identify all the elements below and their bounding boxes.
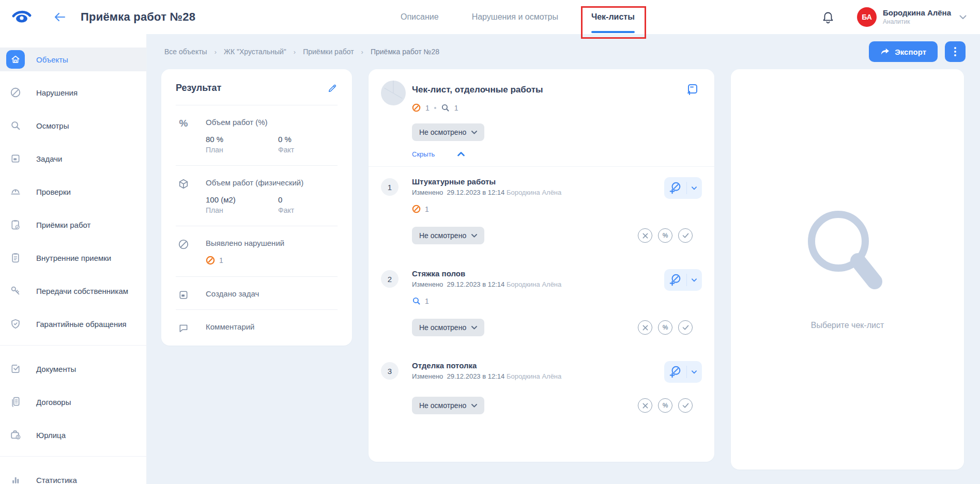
breadcrumb: Все объекты › ЖК "Хрустальный" › Приёмки… — [161, 48, 439, 56]
app-window: Приёмка работ №28 Описание Нарушения и о… — [0, 0, 980, 484]
sidebar-item-legal-entities[interactable]: Юрлица — [0, 423, 146, 447]
breadcrumb-chevron-icon: › — [361, 48, 363, 56]
sidebar: Объекты Нарушения Осмотры Задачи — [0, 34, 147, 484]
user-menu-chevron-down-icon[interactable] — [959, 15, 967, 20]
item-status-dropdown[interactable]: Не осмотрено — [412, 227, 484, 244]
chevron-down-icon — [471, 404, 477, 408]
fact-value: 0 — [278, 195, 338, 204]
magnifier-illustration — [806, 209, 889, 298]
item-modified-line: Изменено 29.12.2023 в 12:14 Бородкина Ал… — [412, 189, 702, 196]
violations-count: 1 — [219, 256, 223, 264]
back-button[interactable] — [54, 12, 66, 22]
topbar: Приёмка работ №28 Описание Нарушения и о… — [0, 0, 980, 34]
document-lines-icon — [6, 393, 25, 411]
partial-percent-button[interactable]: % — [658, 398, 672, 413]
more-actions-kebab-button[interactable] — [945, 41, 966, 62]
accept-check-button[interactable] — [678, 320, 693, 335]
result-card-title: Результат — [176, 83, 221, 93]
chevron-up-icon[interactable] — [457, 152, 465, 157]
result-tasks: Создано задач — [176, 277, 338, 310]
briefcase-person-icon — [6, 426, 25, 444]
reject-x-button[interactable] — [638, 228, 652, 243]
home-icon — [6, 50, 25, 69]
checklist-item: 1 Штукатурные работы Изменено 29.12.2023… — [369, 167, 714, 259]
tab-checklists[interactable]: Чек-листы — [591, 0, 635, 34]
ban-plus-icon — [669, 181, 682, 195]
sidebar-item-contracts[interactable]: Договоры — [0, 390, 146, 414]
app-logo-eye-icon[interactable] — [10, 8, 33, 26]
user-name: Бородкина Алёна — [883, 8, 951, 18]
tab-violations-inspections[interactable]: Нарушения и осмотры — [472, 0, 558, 34]
checklist-avatar-placeholder — [381, 81, 406, 105]
tab-description[interactable]: Описание — [401, 0, 439, 34]
checklist-card: Чек-лист, отделочные работы 1 1 — [369, 69, 714, 462]
checklist-violations-count: 1 — [425, 104, 430, 112]
item-number: 1 — [381, 178, 399, 196]
chevron-down-icon — [471, 131, 477, 134]
breadcrumb-chevron-icon: › — [294, 48, 296, 56]
checklist-item: 2 Стяжка полов Изменено 29.12.2023 в 12:… — [369, 259, 714, 351]
add-violation-button[interactable] — [664, 361, 702, 383]
result-comment: Комментарий — [176, 310, 338, 342]
breadcrumb-acceptances[interactable]: Приёмки работ — [303, 48, 354, 56]
checklist-status-dropdown[interactable]: Не осмотрено — [412, 123, 484, 141]
sidebar-item-owner-handovers[interactable]: Передачи собственникам — [0, 279, 146, 303]
sidebar-item-violations[interactable]: Нарушения — [0, 81, 146, 104]
sidebar-item-warranty-requests[interactable]: Гарантийные обращения — [0, 312, 146, 336]
partial-percent-button[interactable]: % — [658, 228, 672, 243]
hardhat-icon — [6, 182, 25, 201]
sidebar-item-documents[interactable]: Документы — [0, 357, 146, 381]
collapse-link[interactable]: Скрыть — [412, 150, 435, 158]
user-role: Аналитик — [883, 18, 951, 26]
add-violation-button[interactable] — [664, 177, 702, 199]
sidebar-item-work-acceptances[interactable]: Приёмки работ — [0, 213, 146, 237]
ban-icon — [6, 83, 25, 102]
magnifier-icon — [6, 116, 25, 135]
reject-x-button[interactable] — [638, 398, 652, 413]
item-status-dropdown[interactable]: Не осмотрено — [412, 397, 484, 414]
notifications-bell-icon[interactable] — [818, 7, 838, 27]
sidebar-item-statistics[interactable]: Статистика — [0, 468, 146, 484]
breadcrumb-all-objects[interactable]: Все объекты — [164, 48, 207, 56]
button-divider — [686, 182, 687, 194]
main-content: Все объекты › ЖК "Хрустальный" › Приёмки… — [147, 34, 980, 484]
ban-icon — [177, 238, 190, 251]
button-divider — [686, 366, 687, 378]
inspection-magnifier-icon — [412, 296, 421, 305]
user-avatar[interactable]: БА — [857, 7, 877, 27]
chevron-down-icon — [692, 186, 697, 190]
item-status-dropdown[interactable]: Не осмотрено — [412, 319, 484, 336]
plan-value: 100 (м2) — [206, 195, 278, 204]
breadcrumb-complex[interactable]: ЖК "Хрустальный" — [224, 48, 286, 56]
create-task-from-checklist-icon[interactable] — [685, 83, 699, 96]
violation-ban-icon — [412, 103, 421, 112]
checklist-inspections-count: 1 — [454, 104, 458, 112]
accept-check-button[interactable] — [678, 398, 693, 413]
share-arrow-icon — [880, 48, 890, 56]
red-annotation-box — [581, 6, 646, 39]
task-icon — [177, 288, 190, 302]
accept-check-button[interactable] — [678, 228, 693, 243]
sidebar-item-checks[interactable]: Проверки — [0, 180, 146, 204]
item-title: Штукатурные работы — [412, 177, 702, 186]
result-volume-physical: Объем работ (физический) 100 (м2) План 0… — [176, 166, 338, 226]
cube-icon — [177, 177, 190, 191]
ban-plus-icon — [669, 273, 682, 287]
key-icon — [6, 282, 25, 300]
sidebar-item-objects[interactable]: Объекты — [0, 48, 146, 71]
percent-icon: % — [177, 117, 190, 130]
export-button[interactable]: Экспорт — [869, 41, 938, 62]
item-violations-count: 1 — [425, 205, 429, 213]
sidebar-item-tasks[interactable]: Задачи — [0, 147, 146, 170]
user-info[interactable]: Бородкина Алёна Аналитик — [883, 8, 951, 26]
reject-x-button[interactable] — [638, 320, 652, 335]
sidebar-item-internal-acceptances[interactable]: Внутренние приемки — [0, 246, 146, 270]
plan-value: 80 % — [206, 135, 278, 144]
edit-pencil-icon[interactable] — [327, 83, 338, 93]
checklist-title: Чек-лист, отделочные работы — [412, 82, 702, 95]
sidebar-item-inspections[interactable]: Осмотры — [0, 114, 146, 137]
chevron-down-icon — [692, 370, 697, 374]
add-violation-button[interactable] — [664, 269, 702, 291]
item-modified-line: Изменено 29.12.2023 в 12:14 Бородкина Ал… — [412, 372, 702, 380]
partial-percent-button[interactable]: % — [658, 320, 672, 335]
